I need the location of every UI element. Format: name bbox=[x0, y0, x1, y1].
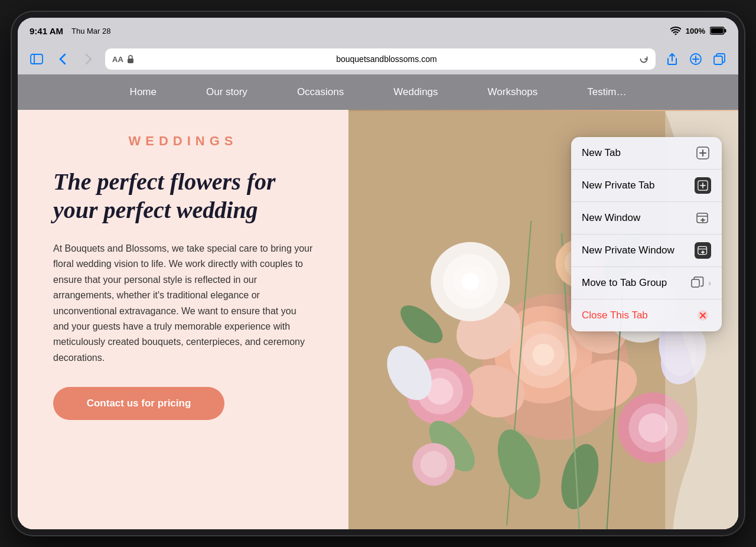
menu-item-new-private-tab[interactable]: New Private Tab bbox=[571, 170, 722, 202]
status-date: Thu Mar 28 bbox=[71, 27, 110, 35]
sidebar-button[interactable] bbox=[27, 50, 46, 69]
menu-item-new-private-tab-label: New Private Tab bbox=[582, 180, 654, 191]
menu-item-new-tab[interactable]: New Tab bbox=[571, 137, 722, 170]
status-bar: 9:41 AM Thu Mar 28 100% bbox=[18, 18, 738, 44]
menu-item-close-tab[interactable]: Close This Tab bbox=[571, 299, 722, 331]
menu-item-close-tab-label: Close This Tab bbox=[582, 310, 648, 321]
close-tab-icon bbox=[695, 307, 711, 324]
browser-bar: AA bouquetsandblossoms.com bbox=[18, 44, 738, 74]
menu-item-new-window[interactable]: New Window bbox=[571, 202, 722, 235]
new-private-window-menu-icon bbox=[695, 242, 711, 259]
nav-item-home[interactable]: Home bbox=[105, 74, 181, 110]
nav-item-workshops[interactable]: Workshops bbox=[463, 74, 563, 110]
move-tab-group-right: › bbox=[689, 275, 711, 291]
address-bar[interactable]: AA bouquetsandblossoms.com bbox=[105, 48, 656, 70]
svg-rect-5 bbox=[128, 58, 133, 63]
website-content: Home Our story Occasions Weddings Worksh… bbox=[18, 74, 738, 529]
tabs-button[interactable] bbox=[710, 50, 729, 69]
menu-item-new-private-window[interactable]: New Private Window bbox=[571, 235, 722, 267]
nav-item-our-story[interactable]: Our story bbox=[181, 74, 272, 110]
status-time: 9:41 AM bbox=[30, 26, 63, 36]
nav-item-weddings[interactable]: Weddings bbox=[369, 74, 462, 110]
svg-rect-3 bbox=[31, 54, 43, 64]
hero-heading: The perfect flowers for your perfect wed… bbox=[53, 168, 313, 224]
lock-icon bbox=[127, 55, 134, 63]
wifi-icon bbox=[670, 27, 681, 35]
new-window-menu-icon bbox=[695, 210, 711, 226]
hero-body-text: At Bouquets and Blossoms, we take specia… bbox=[53, 241, 313, 366]
svg-point-23 bbox=[462, 273, 479, 290]
svg-point-45 bbox=[421, 451, 447, 477]
svg-point-15 bbox=[532, 344, 554, 366]
svg-rect-1 bbox=[725, 29, 726, 32]
reload-icon bbox=[639, 54, 649, 64]
status-right: 100% bbox=[670, 27, 726, 35]
chevron-right-icon: › bbox=[708, 278, 711, 288]
nav-item-occasions[interactable]: Occasions bbox=[272, 74, 369, 110]
new-private-tab-menu-icon bbox=[695, 177, 711, 194]
new-tab-button[interactable] bbox=[686, 50, 705, 69]
svg-rect-2 bbox=[711, 28, 724, 34]
url-display: bouquetsandblossoms.com bbox=[138, 54, 636, 64]
menu-item-new-private-window-label: New Private Window bbox=[582, 245, 674, 256]
ipad-screen: 9:41 AM Thu Mar 28 100% bbox=[18, 18, 738, 529]
share-button[interactable] bbox=[663, 50, 682, 69]
battery-percentage: 100% bbox=[686, 27, 705, 35]
menu-item-new-tab-label: New Tab bbox=[582, 147, 621, 159]
browser-action-buttons bbox=[663, 50, 729, 69]
nav-item-testimonials[interactable]: Testim… bbox=[562, 74, 651, 110]
forward-button[interactable] bbox=[79, 50, 98, 69]
context-menu: New Tab New Private Tab bbox=[571, 137, 722, 331]
status-left: 9:41 AM Thu Mar 28 bbox=[30, 26, 110, 36]
contact-pricing-button[interactable]: Contact us for pricing bbox=[53, 387, 224, 420]
menu-item-new-window-label: New Window bbox=[582, 212, 640, 224]
back-button[interactable] bbox=[53, 50, 72, 69]
text-size-label: AA bbox=[112, 55, 123, 64]
move-tab-group-icon bbox=[689, 275, 706, 291]
new-tab-menu-icon bbox=[695, 145, 711, 161]
svg-point-32 bbox=[638, 413, 668, 443]
hero-text-area: WEDDINGS The perfect flowers for your pe… bbox=[18, 110, 348, 529]
site-navigation: Home Our story Occasions Weddings Worksh… bbox=[18, 74, 738, 110]
page-section-title: WEDDINGS bbox=[53, 134, 313, 149]
menu-item-move-tab-group-label: Move to Tab Group bbox=[582, 277, 667, 289]
svg-rect-9 bbox=[714, 56, 722, 64]
svg-rect-64 bbox=[692, 279, 699, 287]
ipad-frame: 9:41 AM Thu Mar 28 100% bbox=[12, 12, 744, 535]
menu-item-move-tab-group[interactable]: Move to Tab Group › bbox=[571, 267, 722, 299]
battery-icon bbox=[710, 27, 726, 35]
